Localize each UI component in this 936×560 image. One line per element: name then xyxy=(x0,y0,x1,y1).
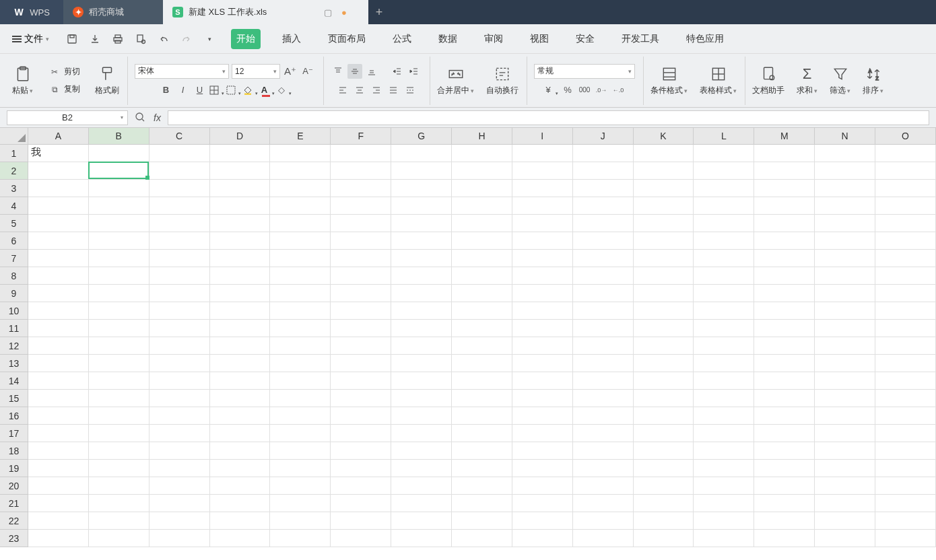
cell[interactable] xyxy=(754,197,815,215)
tab-review[interactable]: 审阅 xyxy=(479,29,508,49)
cell[interactable] xyxy=(875,407,936,425)
cell[interactable] xyxy=(149,442,210,460)
cell[interactable] xyxy=(694,460,754,477)
cell[interactable] xyxy=(391,215,452,232)
cell[interactable] xyxy=(875,495,936,512)
cell[interactable] xyxy=(754,285,815,302)
cell[interactable] xyxy=(149,407,210,425)
cell[interactable] xyxy=(875,267,936,285)
cell[interactable] xyxy=(815,390,875,407)
cell[interactable] xyxy=(573,355,634,372)
qat-more-icon[interactable]: ▾ xyxy=(204,34,215,44)
italic-button[interactable]: I xyxy=(176,83,191,98)
border-button[interactable] xyxy=(209,83,224,98)
cell[interactable] xyxy=(391,232,452,250)
cell[interactable] xyxy=(452,477,512,495)
cell[interactable] xyxy=(573,477,634,495)
cell[interactable] xyxy=(89,477,149,495)
cell[interactable] xyxy=(149,180,210,197)
cell[interactable] xyxy=(694,250,754,267)
cell[interactable] xyxy=(149,512,210,530)
cell[interactable] xyxy=(512,372,573,390)
cell[interactable] xyxy=(331,180,391,197)
cells-grid[interactable]: 我 xyxy=(28,145,936,560)
cell[interactable] xyxy=(391,425,452,442)
cell[interactable] xyxy=(634,425,694,442)
cell[interactable] xyxy=(270,215,331,232)
cell[interactable] xyxy=(512,250,573,267)
cell[interactable] xyxy=(270,337,331,355)
formula-input[interactable] xyxy=(168,110,929,125)
cell[interactable] xyxy=(694,512,754,530)
cell[interactable] xyxy=(452,250,512,267)
cell[interactable] xyxy=(452,355,512,372)
merge-label[interactable]: 合并居中 ▾ xyxy=(437,85,474,96)
cell[interactable] xyxy=(149,215,210,232)
cell[interactable] xyxy=(512,477,573,495)
cell[interactable] xyxy=(634,460,694,477)
save-icon[interactable] xyxy=(67,34,77,44)
tab-special[interactable]: 特色应用 xyxy=(681,29,729,49)
cell[interactable] xyxy=(634,390,694,407)
cell[interactable] xyxy=(391,390,452,407)
cell[interactable] xyxy=(391,355,452,372)
cell[interactable] xyxy=(512,442,573,460)
cell[interactable] xyxy=(270,267,331,285)
border-style-button[interactable] xyxy=(226,83,241,98)
cell[interactable] xyxy=(694,495,754,512)
cell[interactable] xyxy=(815,320,875,337)
cell[interactable] xyxy=(89,337,149,355)
align-left-button[interactable] xyxy=(335,83,350,98)
cell[interactable] xyxy=(694,232,754,250)
cell[interactable] xyxy=(391,495,452,512)
distribute-button[interactable] xyxy=(403,83,417,98)
cell[interactable] xyxy=(331,355,391,372)
cell[interactable] xyxy=(754,495,815,512)
cell[interactable]: 我 xyxy=(28,145,89,162)
paste-label[interactable]: 粘贴 ▾ xyxy=(12,85,33,96)
cell[interactable] xyxy=(89,495,149,512)
copy-button[interactable]: ⧉复制 xyxy=(45,81,83,98)
cell[interactable] xyxy=(270,460,331,477)
cell[interactable] xyxy=(149,355,210,372)
cell[interactable] xyxy=(875,512,936,530)
cell[interactable] xyxy=(815,285,875,302)
cell[interactable] xyxy=(89,145,149,162)
cell[interactable] xyxy=(149,495,210,512)
cell[interactable] xyxy=(754,162,815,180)
cell[interactable] xyxy=(270,197,331,215)
cell[interactable] xyxy=(754,477,815,495)
cell[interactable] xyxy=(634,337,694,355)
row-header[interactable]: 16 xyxy=(0,407,28,425)
redo-icon[interactable] xyxy=(181,34,192,44)
row-header[interactable]: 23 xyxy=(0,530,28,547)
cell[interactable] xyxy=(28,512,89,530)
cell[interactable] xyxy=(875,215,936,232)
cell[interactable] xyxy=(754,232,815,250)
cell[interactable] xyxy=(875,162,936,180)
row-header[interactable]: 3 xyxy=(0,180,28,197)
cell[interactable] xyxy=(391,285,452,302)
cell[interactable] xyxy=(89,372,149,390)
column-header[interactable]: N xyxy=(815,128,875,144)
cell[interactable] xyxy=(754,337,815,355)
format-painter-label[interactable]: 格式刷 xyxy=(95,85,119,96)
tab-formulas[interactable]: 公式 xyxy=(387,29,417,49)
cell[interactable] xyxy=(28,425,89,442)
cell[interactable] xyxy=(149,477,210,495)
column-header[interactable]: C xyxy=(149,128,210,144)
percent-button[interactable]: % xyxy=(560,83,575,98)
cell[interactable] xyxy=(270,355,331,372)
cell[interactable] xyxy=(634,250,694,267)
cell[interactable] xyxy=(754,512,815,530)
row-header[interactable]: 21 xyxy=(0,495,28,512)
cell[interactable] xyxy=(149,460,210,477)
cell[interactable] xyxy=(815,495,875,512)
cell[interactable] xyxy=(512,320,573,337)
cell[interactable] xyxy=(452,390,512,407)
cell[interactable] xyxy=(875,320,936,337)
row-header[interactable]: 4 xyxy=(0,197,28,215)
wrap-text-icon[interactable] xyxy=(493,65,512,83)
cell[interactable] xyxy=(28,162,89,180)
cell[interactable] xyxy=(331,320,391,337)
